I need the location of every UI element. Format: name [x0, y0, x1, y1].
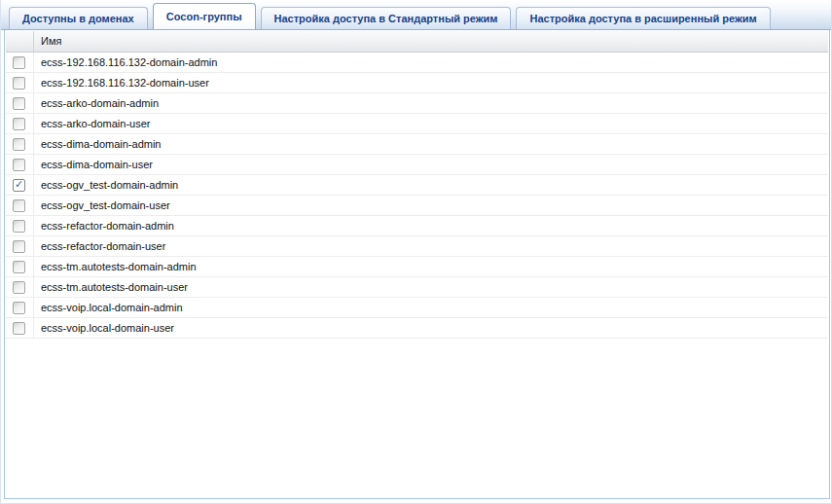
tab-extended-mode-access[interactable]: Настройка доступа в расширенный режим [516, 7, 770, 29]
name-column-header[interactable]: Имя [34, 31, 828, 52]
row-checkbox-cell [6, 257, 34, 276]
row-checkbox[interactable] [13, 56, 25, 69]
cocon-groups-panel: Имя ecss-192.168.116.132-domain-admin ec… [4, 30, 830, 499]
row-name: ecss-refactor-domain-admin [34, 216, 828, 235]
table-row[interactable]: ecss-tm.autotests-domain-admin [6, 257, 828, 277]
row-checkbox[interactable] [13, 261, 25, 273]
table-row[interactable]: ecss-arko-domain-user [6, 114, 828, 134]
row-checkbox[interactable] [13, 302, 25, 314]
row-checkbox-cell [6, 73, 34, 92]
tab-standard-mode-access[interactable]: Настройка доступа в Стандартный режим [261, 7, 512, 29]
tab-available-in-domains[interactable]: Доступны в доменах [9, 7, 148, 29]
row-checkbox-cell: ✓ [6, 175, 34, 195]
table-row[interactable]: ecss-voip.local-domain-user [6, 318, 828, 339]
row-name: ecss-192.168.116.132-domain-admin [34, 53, 828, 72]
table-row[interactable]: ecss-refactor-domain-user [6, 236, 828, 257]
grid-header: Имя [6, 31, 828, 53]
row-checkbox[interactable] [13, 322, 25, 335]
table-row[interactable]: ecss-tm.autotests-domain-user [6, 277, 828, 298]
table-row[interactable]: ecss-192.168.116.132-domain-user [6, 73, 828, 93]
tab-label: Настройка доступа в расширенный режим [529, 13, 756, 24]
table-row[interactable]: ecss-arko-domain-admin [6, 93, 828, 114]
row-name: ecss-192.168.116.132-domain-user [34, 73, 828, 92]
row-name: ecss-arko-domain-user [34, 114, 828, 133]
row-checkbox-cell [6, 155, 34, 174]
tab-cocon-groups[interactable]: Cocon-группы [153, 3, 256, 29]
row-checkbox-cell [6, 216, 34, 235]
row-checkbox[interactable] [13, 138, 25, 151]
row-checkbox-cell [6, 196, 34, 215]
tab-label: Доступны в доменах [22, 13, 134, 24]
row-checkbox-cell [6, 318, 34, 338]
table-row[interactable]: ecss-dima-domain-admin [6, 134, 828, 155]
row-name: ecss-voip.local-domain-admin [34, 298, 828, 317]
tab-label: Настройка доступа в Стандартный режим [274, 13, 498, 24]
row-checkbox[interactable] [13, 159, 25, 171]
table-row[interactable]: ecss-refactor-domain-admin [6, 216, 828, 236]
table-row[interactable]: ecss-ogv_test-domain-user [6, 196, 828, 216]
row-checkbox[interactable] [13, 118, 25, 130]
row-checkbox-cell [6, 277, 34, 297]
grid-rows: ecss-192.168.116.132-domain-admin ecss-1… [6, 53, 828, 339]
row-checkbox[interactable] [13, 77, 25, 90]
table-row[interactable]: ecss-dima-domain-user [6, 155, 828, 175]
row-name: ecss-tm.autotests-domain-user [34, 277, 828, 297]
tab-strip: Доступны в доменахCocon-группыНастройка … [1, 0, 831, 30]
row-name: ecss-voip.local-domain-user [34, 318, 828, 338]
row-checkbox[interactable] [13, 240, 25, 253]
row-name: ecss-dima-domain-user [34, 155, 828, 174]
row-checkbox-cell [6, 114, 34, 133]
table-row[interactable]: ecss-192.168.116.132-domain-admin [6, 53, 828, 73]
checkmark-icon: ✓ [15, 179, 23, 190]
row-name: ecss-dima-domain-admin [34, 134, 828, 154]
row-name: ecss-ogv_test-domain-user [34, 196, 828, 215]
table-row[interactable]: ✓ ecss-ogv_test-domain-admin [6, 175, 828, 196]
row-name: ecss-tm.autotests-domain-admin [34, 257, 828, 276]
tab-label: Cocon-группы [166, 11, 242, 22]
row-checkbox[interactable]: ✓ [13, 179, 25, 192]
row-name: ecss-refactor-domain-user [34, 236, 828, 256]
row-name: ecss-ogv_test-domain-admin [34, 175, 828, 195]
row-checkbox-cell [6, 93, 34, 113]
row-checkbox[interactable] [13, 97, 25, 110]
row-checkbox-cell [6, 134, 34, 154]
tab-panel: Доступны в доменахCocon-группыНастройка … [0, 0, 832, 504]
row-checkbox-cell [6, 236, 34, 256]
row-checkbox-cell [6, 53, 34, 72]
row-checkbox[interactable] [13, 220, 25, 233]
checkbox-column-header [6, 31, 34, 52]
row-checkbox-cell [6, 298, 34, 317]
row-checkbox[interactable] [13, 199, 25, 212]
row-name: ecss-arko-domain-admin [34, 93, 828, 113]
table-row[interactable]: ecss-voip.local-domain-admin [6, 298, 828, 318]
row-checkbox[interactable] [13, 281, 25, 294]
